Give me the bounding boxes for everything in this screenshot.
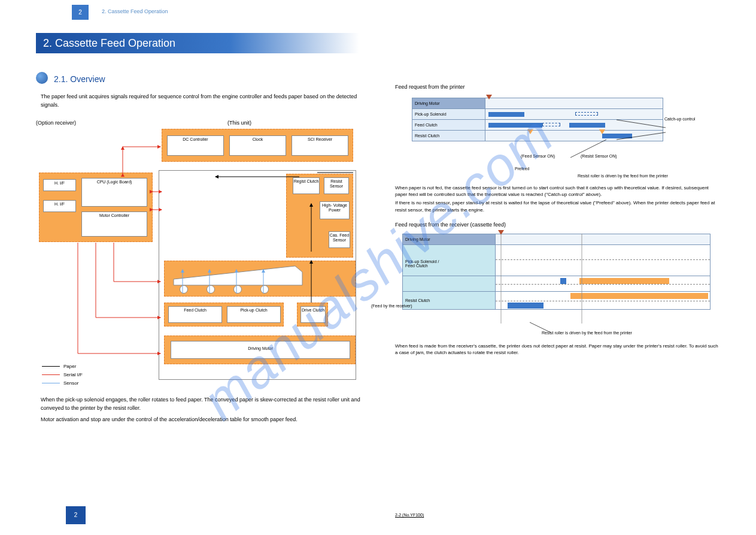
diagram-legend: Paper Serial I/F Sensor bbox=[42, 362, 83, 388]
dc-controller-box: DC Controller bbox=[167, 135, 224, 156]
page-reference-link[interactable]: 2-2 (No.YF100) bbox=[395, 513, 424, 517]
cpu-box: CPU (Logic Board) bbox=[81, 178, 147, 207]
roller-3 bbox=[233, 285, 242, 294]
feed-clutch-box: Feed Clutch bbox=[168, 306, 222, 323]
left-extra-description: When the pick-up solenoid engages, the r… bbox=[41, 395, 364, 424]
svg-line-21 bbox=[617, 132, 666, 140]
option-receiver-label: (Option receiver) bbox=[36, 120, 76, 126]
legend-serial: Serial I/F bbox=[63, 372, 83, 377]
hv-box: High- Voltage Power bbox=[320, 201, 350, 219]
chart1-desc-b: If there is no resist sensor, paper stan… bbox=[395, 200, 718, 213]
overview-description: The paper feed unit acquires signals req… bbox=[41, 93, 364, 109]
svg-line-24 bbox=[530, 322, 551, 333]
driving-motor-box: Driving Motor bbox=[171, 341, 350, 359]
hif-box-2: H. I/F bbox=[43, 200, 76, 212]
svg-marker-0 bbox=[174, 266, 302, 285]
svg-line-20 bbox=[617, 120, 666, 128]
chapter-small-label: 2. Cassette Feed Operation bbox=[102, 8, 168, 14]
cas-feed-sensor-box: Cas. Feed Sensor bbox=[329, 231, 350, 248]
drive-clutch-box: Drive Clutch bbox=[300, 306, 326, 323]
bullet-icon bbox=[36, 72, 48, 84]
legend-sensor: Sensor bbox=[63, 380, 78, 386]
printer-block: Regist Clutch Resist Sensor High- Voltag… bbox=[159, 170, 356, 380]
subsection-title: 2.1. Overview bbox=[54, 74, 105, 84]
top-page-number: 2 bbox=[72, 5, 89, 20]
regist-clutch-box: Regist Clutch bbox=[293, 177, 320, 194]
legend-paper: Paper bbox=[63, 364, 76, 369]
pickup-clutch-box: Pick-up Clutch bbox=[227, 306, 281, 323]
chart2-title: Feed request from the receiver (cassette… bbox=[395, 222, 506, 228]
section-heading: 2. Cassette Feed Operation bbox=[36, 33, 359, 53]
sci-receiver-box: SCI Receiver bbox=[292, 135, 348, 156]
hif-box: H. I/F bbox=[43, 179, 76, 191]
option-receiver-block: H. I/F H. I/F CPU (Logic Board) Motor Co… bbox=[39, 173, 153, 242]
roller-1 bbox=[180, 285, 188, 294]
bottom-page-number: 2 bbox=[66, 506, 86, 524]
roller-4 bbox=[260, 285, 269, 294]
this-unit-label: (This unit) bbox=[227, 120, 251, 126]
block-diagram: (Option receiver) (This unit) DC Control… bbox=[36, 114, 359, 383]
chart2-desc-a: When feed is made from the receiver's ca… bbox=[395, 343, 718, 356]
roller-2 bbox=[207, 285, 215, 294]
svg-line-19 bbox=[570, 140, 606, 158]
chart1-title: Feed request from the printer bbox=[395, 84, 465, 90]
motor-controller-box: Motor Controller bbox=[81, 211, 147, 237]
chart1-desc-a: When paper is not fed, the cassette feed… bbox=[395, 185, 718, 198]
clock-box: Clock bbox=[229, 135, 286, 156]
resist-sensor-box: Resist Sensor bbox=[324, 177, 349, 194]
